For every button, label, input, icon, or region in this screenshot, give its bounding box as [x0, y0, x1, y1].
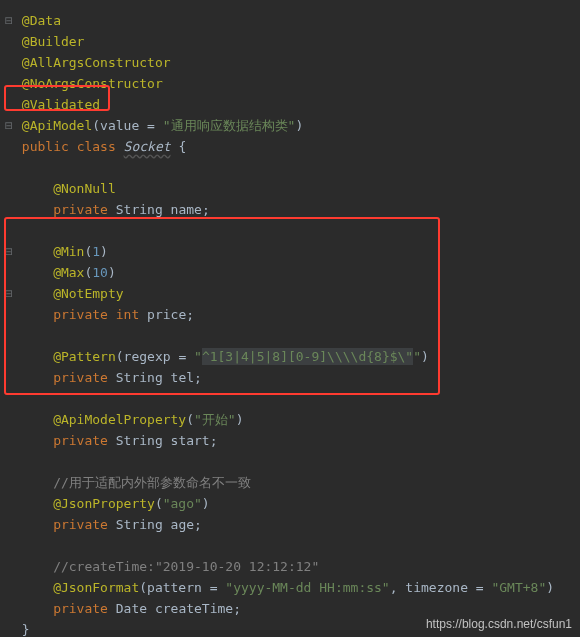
code-line: @Builder: [4, 31, 580, 52]
code-line: [4, 388, 580, 409]
code-line: private int price;: [4, 304, 580, 325]
code-line: private String start;: [4, 430, 580, 451]
code-line: ⊟ @ApiModel(value = "通用响应数据结构类"): [4, 115, 580, 136]
code-line: [4, 325, 580, 346]
code-line: @NoArgsConstructor: [4, 73, 580, 94]
watermark-text: https://blog.csdn.net/csfun1: [426, 617, 572, 631]
code-line: //createTime:"2019-10-20 12:12:12": [4, 556, 580, 577]
code-line: @Pattern(regexp = "^1[3|4|5|8][0-9]\\\\d…: [4, 346, 580, 367]
code-line: [4, 451, 580, 472]
code-line: [4, 220, 580, 241]
code-line: @Max(10): [4, 262, 580, 283]
code-line: private String tel;: [4, 367, 580, 388]
code-line: @Validated: [4, 94, 580, 115]
code-line: private Date createTime;: [4, 598, 580, 619]
code-line: ⊟ @Min(1): [4, 241, 580, 262]
code-line: @NonNull: [4, 178, 580, 199]
code-line: @ApiModelProperty("开始"): [4, 409, 580, 430]
gutter-fold-icon[interactable]: ⊟: [4, 241, 14, 262]
code-line: public class Socket {: [4, 136, 580, 157]
code-editor: ⊟ @Data @Builder @AllArgsConstructor @No…: [0, 0, 580, 637]
gutter-fold-icon[interactable]: ⊟: [4, 10, 14, 31]
code-line: @AllArgsConstructor: [4, 52, 580, 73]
code-line: @JsonProperty("ago"): [4, 493, 580, 514]
code-line: //用于适配内外部参数命名不一致: [4, 472, 580, 493]
code-line: @JsonFormat(pattern = "yyyy-MM-dd HH:mm:…: [4, 577, 580, 598]
gutter-fold-icon[interactable]: ⊟: [4, 115, 14, 136]
code-line: private String age;: [4, 514, 580, 535]
code-line: ⊟ @Data: [4, 10, 580, 31]
code-line: [4, 535, 580, 556]
gutter-fold-icon[interactable]: ⊟: [4, 283, 14, 304]
code-line: ⊟ @NotEmpty: [4, 283, 580, 304]
code-line: [4, 157, 580, 178]
code-line: private String name;: [4, 199, 580, 220]
